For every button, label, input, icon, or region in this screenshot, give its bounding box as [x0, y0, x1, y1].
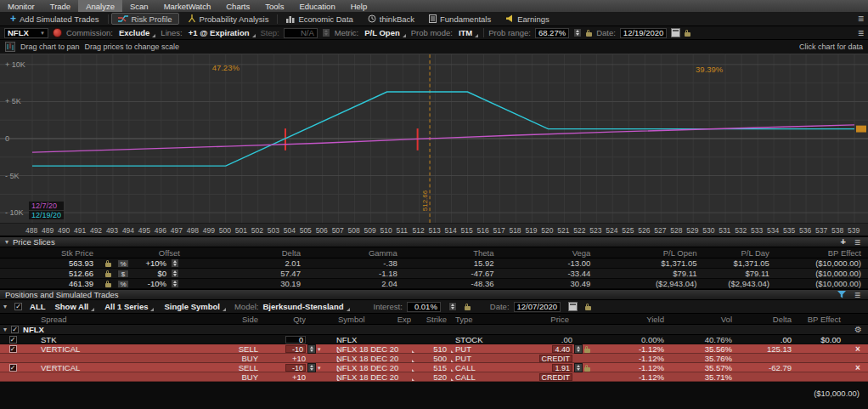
- menu-monitor[interactable]: Monitor: [0, 0, 42, 12]
- lock-icon[interactable]: [105, 273, 111, 277]
- chevron-down-icon[interactable]: ▾: [318, 346, 321, 353]
- analysis-date-input[interactable]: 12/19/2020: [620, 28, 668, 38]
- pos-col-header[interactable]: Delta: [737, 314, 797, 324]
- type-cell[interactable]: CALL: [450, 372, 504, 382]
- metric-dropdown[interactable]: P/L Open: [363, 28, 407, 38]
- strike-cell[interactable]: 500: [411, 354, 450, 363]
- menu-icon[interactable]: ≡: [858, 14, 864, 23]
- lock-icon[interactable]: [584, 349, 590, 353]
- menu-icon[interactable]: ≡: [854, 238, 860, 247]
- symbol-combo[interactable]: NFLX ▼: [4, 28, 48, 38]
- symbol-cell[interactable]: NFLX 18 DEC 20: [336, 354, 382, 363]
- slice-stepper[interactable]: [168, 258, 182, 268]
- collapse-arrow[interactable]: ▾: [3, 326, 7, 333]
- risk-profile-plot[interactable]: 47.23%39.39%512.66+ 10K+ 5K0- 5K- 10K: [0, 54, 868, 223]
- lock-icon[interactable]: [585, 306, 591, 310]
- slice-offset[interactable]: $0: [131, 269, 168, 278]
- slice-lock[interactable]: [100, 279, 116, 288]
- slice-offset[interactable]: -10%: [131, 279, 168, 288]
- pos-col-header[interactable]: Price: [504, 314, 572, 324]
- ps-col-header[interactable]: Theta: [404, 247, 501, 258]
- price-input[interactable]: 1.91: [552, 364, 572, 372]
- prob-range-input[interactable]: 68.27%: [535, 28, 569, 38]
- stepper[interactable]: [307, 344, 316, 354]
- pos-col-header[interactable]: Spread: [25, 314, 144, 324]
- pos-col-header[interactable]: Exp: [382, 314, 411, 324]
- menu-tools[interactable]: Tools: [257, 0, 291, 12]
- position-checkbox[interactable]: ✓: [9, 364, 17, 372]
- symbol-cell[interactable]: NFLX 18 DEC 20: [336, 344, 382, 354]
- pos-col-header[interactable]: Symbol: [336, 314, 382, 324]
- collapse-arrow[interactable]: ▾: [5, 238, 8, 246]
- slice-mode-label[interactable]: $: [117, 270, 129, 278]
- price-cell[interactable]: 1.91: [504, 363, 572, 372]
- stepper[interactable]: [574, 363, 583, 372]
- model-dropdown[interactable]: Bjerksund-Stensland: [261, 302, 350, 312]
- pos-col-header[interactable]: Vol: [669, 314, 737, 324]
- chart-icon[interactable]: [5, 42, 15, 52]
- pos-col-header[interactable]: Side: [144, 314, 263, 324]
- lock-icon[interactable]: [584, 367, 590, 372]
- qty-cell[interactable]: +10: [263, 372, 306, 382]
- menu-scan[interactable]: Scan: [122, 0, 156, 12]
- add-simulated-trades-button[interactable]: + Add Simulated Trades: [4, 13, 105, 25]
- qty-input[interactable]: -10: [285, 345, 306, 353]
- stepper[interactable]: [171, 258, 179, 268]
- position-checkbox[interactable]: ✓: [9, 345, 17, 353]
- pos-col-header[interactable]: Type: [450, 314, 504, 324]
- ps-col-header[interactable]: Offset: [100, 247, 182, 258]
- group-checkbox[interactable]: ✓: [11, 326, 19, 333]
- menu-marketwatch[interactable]: MarketWatch: [156, 0, 219, 12]
- probability-analysis-tab[interactable]: Probability Analysis: [182, 13, 275, 25]
- ps-col-header[interactable]: P/L Open: [597, 247, 703, 258]
- qty-cell[interactable]: +10: [263, 354, 306, 363]
- chevron-down-icon[interactable]: ▾: [318, 365, 321, 372]
- thinkback-button[interactable]: thinkBack: [362, 13, 420, 25]
- slice-offset[interactable]: +10%: [131, 258, 168, 268]
- pos-col-header[interactable]: Yield: [601, 314, 669, 324]
- prob-range-stepper[interactable]: [573, 28, 582, 37]
- menu-icon[interactable]: ≡: [858, 29, 864, 37]
- position-checkbox[interactable]: ✓: [9, 336, 17, 344]
- slice-mode-button[interactable]: $: [116, 269, 131, 278]
- ps-col-header[interactable]: Gamma: [307, 247, 404, 258]
- gear-icon[interactable]: ⚙: [854, 326, 862, 334]
- prob-mode-dropdown[interactable]: ITM: [457, 28, 479, 38]
- calendar-icon[interactable]: [568, 302, 578, 311]
- slice-mode-label[interactable]: %: [117, 259, 129, 268]
- strike-cell[interactable]: 520: [411, 372, 450, 382]
- risk-profile-tab[interactable]: Risk Profile: [111, 13, 179, 25]
- qty-cell[interactable]: -10: [263, 344, 306, 354]
- menu-help[interactable]: Help: [343, 0, 375, 12]
- calendar-icon[interactable]: [671, 28, 680, 37]
- slice-stepper[interactable]: [168, 269, 182, 278]
- type-cell[interactable]: CALL: [450, 363, 504, 372]
- ps-col-header[interactable]: Stk Price: [0, 247, 100, 258]
- lock-icon[interactable]: [685, 32, 690, 37]
- qty-cell[interactable]: -10: [263, 363, 306, 372]
- menu-trade[interactable]: Trade: [42, 0, 78, 12]
- all-checkbox[interactable]: ✓: [14, 303, 22, 310]
- menu-icon[interactable]: ≡: [854, 291, 860, 299]
- stepper[interactable]: [307, 363, 316, 372]
- economic-data-button[interactable]: Economic Data: [280, 13, 358, 25]
- risk-profile-chart[interactable]: 47.23%39.39%512.66+ 10K+ 5K0- 5K- 10K 12…: [0, 54, 868, 224]
- pos-col-header[interactable]: BP Effect: [797, 314, 848, 324]
- price-cell[interactable]: .00: [504, 335, 572, 344]
- price-cell[interactable]: CREDIT: [504, 372, 572, 382]
- lock-icon[interactable]: [586, 32, 592, 37]
- add-slice-button[interactable]: +: [841, 238, 846, 246]
- ps-col-header[interactable]: P/L Day: [704, 247, 776, 258]
- close-position-button[interactable]: ×: [855, 363, 860, 372]
- menu-education[interactable]: Education: [291, 0, 342, 12]
- series-dropdown[interactable]: All 1 Series: [103, 302, 155, 312]
- symbol-cell[interactable]: NFLX 18 DEC 20: [336, 372, 382, 382]
- link-color-dot[interactable]: [53, 28, 62, 37]
- price-cell[interactable]: CREDIT: [504, 354, 572, 363]
- type-cell[interactable]: PUT: [450, 354, 504, 363]
- filter-icon[interactable]: [837, 291, 846, 298]
- stepper[interactable]: [171, 279, 179, 288]
- qty-cell[interactable]: 0: [263, 335, 306, 344]
- menu-analyze[interactable]: Analyze: [78, 0, 122, 12]
- pos-col-header[interactable]: Qty: [263, 314, 306, 324]
